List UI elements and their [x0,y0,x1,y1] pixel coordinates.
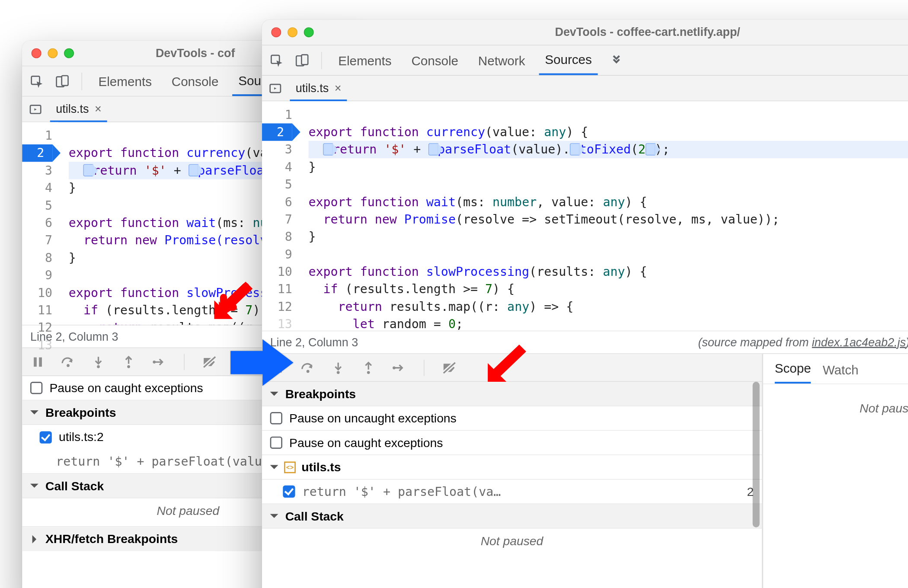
minimize-window-button[interactable] [288,27,297,37]
step-over-button[interactable] [61,354,76,369]
tab-network[interactable]: Network [472,46,531,74]
pause-caught-checkbox[interactable] [30,382,42,394]
editor-status-bar: Line 2, Column 3 (source mapped from ind… [262,331,908,354]
svg-rect-25 [274,363,277,372]
show-navigator-icon[interactable] [27,100,44,118]
zoom-window-button[interactable] [64,48,74,58]
breakpoints-section-header[interactable]: Breakpoints [262,382,762,406]
column-breakpoint-icon[interactable] [323,143,333,155]
traffic-lights [32,48,74,58]
scope-watch-tabs: Scope Watch [763,354,908,384]
tab-watch[interactable]: Watch [823,363,859,383]
pause-caught-label: Pause on caught exceptions [49,381,203,395]
code-content: export function currency(value: any) { r… [298,101,908,330]
window-title: DevTools - coffee-cart.netlify.app/ [314,26,908,39]
breakpoint-enabled-checkbox[interactable] [40,431,52,443]
breakpoint-file-row[interactable]: <> utils.ts [262,455,762,480]
code-editor[interactable]: 1 2 3 4 5 6 7 8 9 10 11 12 13 export fun… [262,101,908,330]
tab-console[interactable]: Console [406,46,464,74]
svg-point-28 [337,371,340,374]
step-into-button[interactable] [331,360,346,375]
breakpoint-line-marker[interactable]: 2 [262,123,292,141]
step-out-button[interactable] [361,360,376,375]
close-icon[interactable]: × [95,102,102,115]
tab-console[interactable]: Console [166,67,224,95]
svg-rect-4 [34,357,37,367]
svg-point-12 [233,355,246,369]
pause-uncaught-checkbox[interactable] [270,412,282,424]
svg-rect-26 [279,363,282,372]
file-tab-utils[interactable]: utils.ts × [50,96,107,122]
inspect-element-icon[interactable] [28,73,45,90]
breakpoint-enabled-checkbox[interactable] [283,486,295,498]
step-button[interactable] [391,360,406,375]
pause-on-exceptions-button[interactable] [232,354,247,369]
tab-sources[interactable]: Sources [539,45,598,75]
step-button[interactable] [151,354,166,369]
breakpoint-line-marker[interactable]: 2 [22,144,52,162]
close-icon[interactable]: × [335,81,342,95]
line-number-gutter[interactable]: 1 2 3 4 5 6 7 8 9 10 11 12 13 [22,122,58,325]
svg-rect-5 [39,357,42,367]
column-breakpoint-icon[interactable] [646,143,655,155]
close-window-button[interactable] [32,48,42,58]
svg-point-29 [367,371,370,374]
breakpoint-file-label: utils.ts [301,460,341,474]
callstack-section-header[interactable]: Call Stack [262,504,762,529]
column-breakpoint-icon[interactable] [189,164,198,176]
file-tab-utils[interactable]: utils.ts × [290,75,347,101]
step-into-button[interactable] [91,354,106,369]
minimize-window-button[interactable] [48,48,58,58]
svg-rect-17 [301,54,308,64]
more-tabs-icon[interactable] [606,50,627,70]
pause-resume-button[interactable] [270,360,285,375]
not-paused-label: Not paused [262,528,762,556]
line-number-gutter[interactable]: 1 2 3 4 5 6 7 8 9 10 11 12 13 [262,101,298,330]
step-out-button[interactable] [121,354,136,369]
separator [81,73,82,90]
column-breakpoint-icon[interactable] [83,164,93,176]
svg-point-30 [393,366,396,369]
traffic-lights [271,27,313,37]
pause-on-uncaught-row[interactable]: Pause on uncaught exceptions [262,406,762,431]
chevron-down-icon [270,465,278,469]
tab-scope[interactable]: Scope [775,361,811,384]
devtools-tabs: Elements Console Network Sources 1 [262,45,908,76]
tab-elements[interactable]: Elements [333,46,397,74]
source-map-link[interactable]: index.1ac4eab2.js [812,336,906,348]
source-mapped-label: (source mapped from index.1ac4eab2.js) C… [698,336,908,349]
breakpoint-item-code: return '$' + parseFloat(va… [302,485,740,499]
pause-resume-button[interactable] [30,354,45,369]
devtools-window-right: DevTools - coffee-cart.netlify.app/ Elem… [262,20,908,588]
separator [184,354,184,370]
svg-point-8 [127,365,130,368]
svg-point-27 [307,370,310,373]
tab-elements[interactable]: Elements [93,67,157,95]
breakpoint-item[interactable]: return '$' + parseFloat(va… 2 [262,479,762,504]
file-tab-label: utils.ts [56,102,89,115]
svg-point-9 [153,360,156,363]
close-window-button[interactable] [271,27,281,37]
pause-on-caught-row[interactable]: Pause on caught exceptions [262,431,762,455]
vertical-scrollbar[interactable] [753,382,760,588]
cursor-position: Line 2, Column 3 [270,336,358,349]
deactivate-breakpoints-button[interactable] [202,354,217,369]
show-navigator-icon[interactable] [267,80,284,97]
deactivate-breakpoints-button[interactable] [442,360,457,375]
column-breakpoint-icon[interactable] [570,143,580,155]
device-toggle-icon[interactable] [293,51,310,69]
file-tab-label: utils.ts [296,81,329,95]
zoom-window-button[interactable] [304,27,314,37]
pause-caught-checkbox[interactable] [270,437,282,449]
not-paused-label: Not paused [763,396,908,424]
svg-point-7 [97,365,100,368]
step-over-button[interactable] [301,360,316,375]
column-breakpoint-icon[interactable] [428,143,438,155]
editor-file-tabs: utils.ts × [262,76,908,101]
svg-point-6 [67,364,70,367]
window-titlebar: DevTools - coffee-cart.netlify.app/ [262,20,908,45]
inspect-element-icon[interactable] [268,51,285,69]
svg-rect-14 [241,358,243,365]
device-toggle-icon[interactable] [54,73,71,90]
svg-rect-13 [237,358,239,365]
